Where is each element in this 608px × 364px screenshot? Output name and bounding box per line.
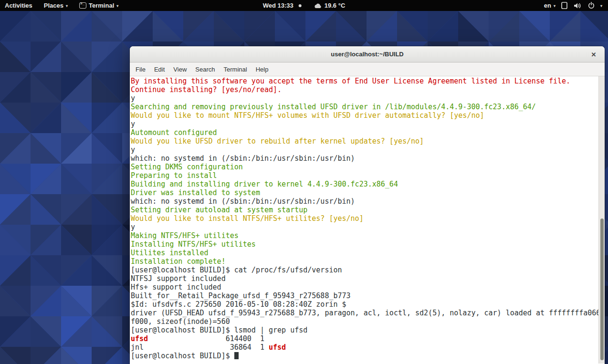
menu-help[interactable]: Help xyxy=(252,62,273,76)
terminal-line: [user@localhost BUILD]$ xyxy=(131,352,600,360)
terminal-line: Setting driver autoload at system startu… xyxy=(131,206,600,214)
terminal-line: which: no systemd in (/sbin:/bin:/usr/sb… xyxy=(131,197,600,206)
notification-dot-icon xyxy=(299,4,302,7)
terminal-line: Would you like to install NTFS/HFS+ util… xyxy=(131,214,600,223)
menu-search[interactable]: Search xyxy=(191,62,219,76)
terminal-line: Installation complete! xyxy=(131,257,600,266)
terminal-line: Installing NTFS/HFS+ utilites xyxy=(131,240,600,249)
places-menu[interactable]: Places ▾ xyxy=(44,2,68,9)
display-indicator[interactable] xyxy=(560,1,569,10)
chevron-down-icon: ▾ xyxy=(554,4,556,8)
activities-label: Activities xyxy=(5,2,32,9)
terminal-output: By installing this software you accept t… xyxy=(131,77,600,360)
chevron-down-icon: ▾ xyxy=(600,4,602,8)
terminal-line: Preparing to install xyxy=(131,171,600,180)
terminal-line: Setting DKMS configuration xyxy=(131,163,600,171)
terminal-line: Continue installing? [yes/no/read]. xyxy=(131,85,600,94)
terminal-line: jnl 36864 1 ufsd xyxy=(131,343,600,352)
chevron-down-icon: ▾ xyxy=(66,4,68,8)
terminal-line: [user@localhost BUILD]$ cat /proc/fs/ufs… xyxy=(131,266,600,274)
menu-terminal[interactable]: Terminal xyxy=(220,62,252,76)
terminal-cursor xyxy=(234,352,239,359)
terminal-line: driver (UFSD_HEAD ufsd_f_95943_r275688_b… xyxy=(131,309,600,317)
terminal-line: Utilites installed xyxy=(131,249,600,257)
terminal-line: y xyxy=(131,94,600,103)
language-label: en xyxy=(544,2,551,9)
terminal-line: y xyxy=(131,146,600,154)
keyboard-layout-menu[interactable]: en ▾ xyxy=(544,2,556,9)
terminal-line: By installing this software you accept t… xyxy=(131,77,600,85)
scrollbar-track[interactable] xyxy=(598,76,605,364)
power-icon xyxy=(588,2,595,9)
terminal-line: y xyxy=(131,223,600,231)
terminal-line: Making NTFS/HFS+ utilites xyxy=(131,231,600,240)
terminal-line: Building and installing driver to kernel… xyxy=(131,180,600,188)
activities-button[interactable]: Activities xyxy=(5,2,32,9)
terminal-line: [user@localhost BUILD]$ lsmod | grep ufs… xyxy=(131,326,600,334)
terminal-line: NTFSJ support included xyxy=(131,274,600,283)
clock-button[interactable]: Wed 13:33 xyxy=(263,2,302,9)
terminal-line: $Id: ufsdvfs.c 275650 2016-05-10 08:28:4… xyxy=(131,300,600,309)
chevron-down-icon: ▾ xyxy=(116,4,118,8)
menu-bar: FileEditViewSearchTerminalHelp xyxy=(130,62,605,76)
terminal-app-menu[interactable]: >_ Terminal ▾ xyxy=(79,2,118,9)
temperature-label: 19.6 °C xyxy=(325,2,346,9)
terminal-line: Automount configured xyxy=(131,128,600,137)
terminal-line: Would you like UFSD driver to rebuild af… xyxy=(131,137,600,146)
cloud-icon xyxy=(314,3,322,9)
terminal-icon: >_ xyxy=(79,2,86,9)
screen-icon xyxy=(561,2,567,9)
menu-file[interactable]: File xyxy=(131,62,150,76)
system-menu[interactable] xyxy=(587,1,596,10)
scrollbar-thumb[interactable] xyxy=(600,218,604,360)
terminal-app-label: Terminal xyxy=(89,2,114,9)
menu-view[interactable]: View xyxy=(169,62,191,76)
menu-edit[interactable]: Edit xyxy=(150,62,169,76)
terminal-line: which: no systemd in (/sbin:/bin:/usr/sb… xyxy=(131,154,600,163)
close-button[interactable]: ✕ xyxy=(587,46,600,62)
volume-indicator[interactable] xyxy=(574,1,582,10)
terminal-line: f000, sizeof(inode)=560 xyxy=(131,317,600,326)
clock-label: Wed 13:33 xyxy=(263,2,294,9)
terminal-viewport[interactable]: By installing this software you accept t… xyxy=(130,76,605,364)
terminal-line: y xyxy=(131,120,600,128)
places-label: Places xyxy=(44,2,63,9)
terminal-line: ufsd 614400 1 xyxy=(131,334,600,343)
window-title: user@localhost:~/BUILD xyxy=(331,51,403,58)
terminal-line: Built_for__Retail_Package_ufsd_f_95943_r… xyxy=(131,291,600,300)
speaker-icon xyxy=(574,2,582,9)
terminal-line: Hfs+ support included xyxy=(131,283,600,291)
terminal-line: Searching and removing previously instal… xyxy=(131,103,600,111)
terminal-window: user@localhost:~/BUILD ✕ FileEditViewSea… xyxy=(130,46,605,364)
weather-indicator: 19.6 °C xyxy=(314,2,346,9)
terminal-line: Would you like to mount NTFS/HFS+ volume… xyxy=(131,111,600,120)
terminal-line: Driver was installed to system xyxy=(131,188,600,197)
window-titlebar[interactable]: user@localhost:~/BUILD ✕ xyxy=(130,46,605,62)
top-bar: Activities Places ▾ >_ Terminal ▾ Wed 13… xyxy=(0,0,608,11)
